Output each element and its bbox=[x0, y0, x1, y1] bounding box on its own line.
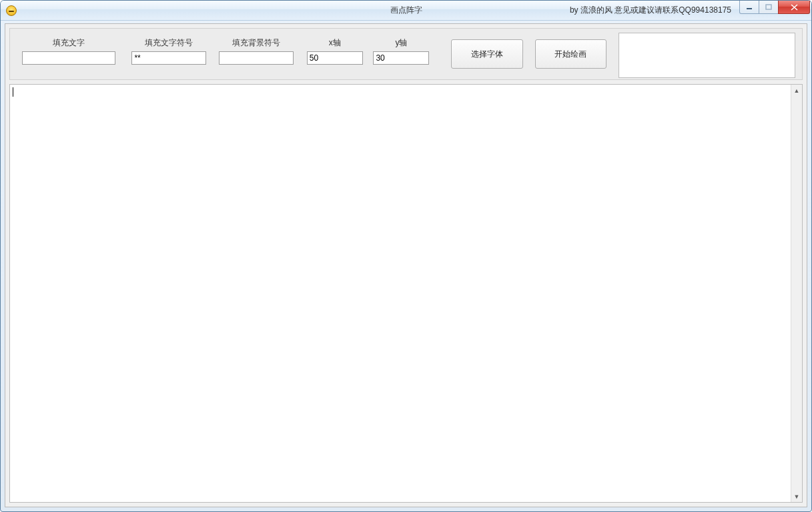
svg-rect-0 bbox=[747, 8, 752, 9]
output-textarea[interactable]: ▲ ▼ bbox=[9, 84, 803, 503]
y-axis-field: y轴 bbox=[372, 34, 432, 74]
x-axis-field: x轴 bbox=[305, 34, 365, 74]
svg-rect-1 bbox=[766, 5, 771, 9]
fill-char-field: 填充文字符号 bbox=[130, 34, 208, 74]
scroll-down-arrow-icon[interactable]: ▼ bbox=[791, 491, 802, 502]
client-area: 填充文字 填充文字符号 填充背景符号 x轴 y轴 选择字体 bbox=[5, 23, 807, 507]
fill-char-input[interactable] bbox=[131, 51, 206, 65]
fill-char-label: 填充文字符号 bbox=[145, 34, 193, 51]
font-preview-box bbox=[619, 33, 795, 78]
close-button[interactable] bbox=[778, 1, 810, 14]
fill-bg-label: 填充背景符号 bbox=[232, 34, 280, 51]
maximize-button[interactable] bbox=[759, 1, 779, 14]
maximize-icon bbox=[765, 4, 772, 11]
y-axis-input[interactable] bbox=[373, 51, 429, 65]
x-axis-label: x轴 bbox=[329, 34, 341, 51]
choose-font-button-label: 选择字体 bbox=[471, 49, 503, 60]
fill-bg-field: 填充背景符号 bbox=[218, 34, 296, 74]
fill-bg-input[interactable] bbox=[219, 51, 294, 65]
window-controls bbox=[740, 1, 810, 14]
text-caret bbox=[13, 87, 13, 97]
scroll-up-arrow-icon[interactable]: ▲ bbox=[791, 85, 802, 96]
window-subtitle: by 流浪的风 意见或建议请联系QQ994138175 bbox=[570, 5, 731, 16]
titlebar[interactable]: 画点阵字 by 流浪的风 意见或建议请联系QQ994138175 bbox=[1, 1, 811, 21]
y-axis-label: y轴 bbox=[395, 34, 407, 51]
toolbar: 填充文字 填充文字符号 填充背景符号 x轴 y轴 选择字体 bbox=[9, 28, 803, 80]
app-icon bbox=[6, 5, 17, 16]
start-draw-button[interactable]: 开始绘画 bbox=[535, 39, 606, 69]
fill-text-label: 填充文字 bbox=[53, 34, 85, 51]
start-draw-button-label: 开始绘画 bbox=[554, 49, 586, 60]
minimize-icon bbox=[746, 4, 753, 11]
scrollbar-track[interactable] bbox=[791, 96, 802, 491]
choose-font-button[interactable]: 选择字体 bbox=[451, 39, 522, 69]
vertical-scrollbar[interactable]: ▲ ▼ bbox=[791, 85, 802, 502]
x-axis-input[interactable] bbox=[307, 51, 363, 65]
fill-text-input[interactable] bbox=[22, 51, 115, 65]
app-window: 画点阵字 by 流浪的风 意见或建议请联系QQ994138175 填充文字 填充… bbox=[0, 0, 812, 512]
minimize-button[interactable] bbox=[739, 1, 759, 14]
close-icon bbox=[791, 4, 798, 11]
fill-text-field: 填充文字 bbox=[17, 34, 121, 74]
